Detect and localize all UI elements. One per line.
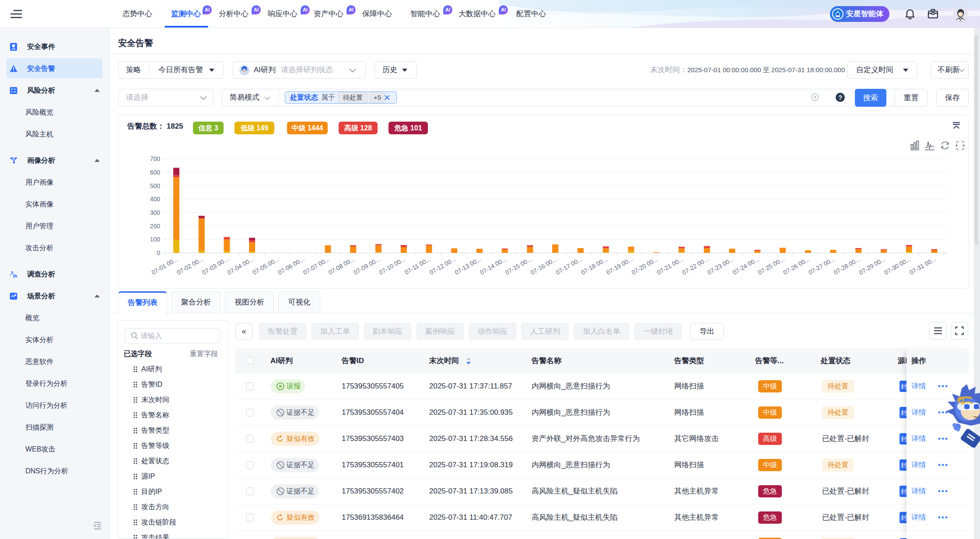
svg-text:07-14 00...: 07-14 00... [479,256,508,276]
svg-text:07-05 00...: 07-05 00... [252,256,280,276]
svg-text:07-31 00...: 07-31 00... [908,256,937,276]
svg-text:07-27 00...: 07-27 00... [807,256,836,276]
svg-text:07-16 00...: 07-16 00... [529,256,558,276]
svg-text:07-07 00...: 07-07 00... [302,256,331,276]
svg-text:07-01 00...: 07-01 00... [150,256,179,276]
svg-text:07-18 00...: 07-18 00... [580,256,609,276]
svg-text:07-17 00...: 07-17 00... [555,256,584,276]
svg-text:600: 600 [150,169,161,176]
svg-text:07-04 00...: 07-04 00... [226,256,255,276]
svg-text:07-06 00...: 07-06 00... [276,256,305,276]
svg-text:07-15 00...: 07-15 00... [504,256,533,276]
svg-text:200: 200 [150,223,161,230]
svg-text:300: 300 [150,209,161,216]
svg-text:07-22 00...: 07-22 00... [681,256,710,276]
svg-text:07-20 00...: 07-20 00... [630,256,659,276]
svg-text:400: 400 [150,196,161,203]
svg-text:07-25 00...: 07-25 00... [757,256,786,276]
svg-text:07-03 00...: 07-03 00... [201,256,230,276]
svg-text:07-23 00...: 07-23 00... [706,256,735,276]
svg-text:07-11 00...: 07-11 00... [403,256,432,276]
svg-text:07-19 00...: 07-19 00... [605,256,634,276]
svg-text:07-02 00...: 07-02 00... [175,256,204,276]
svg-text:100: 100 [150,236,161,243]
svg-text:07-26 00...: 07-26 00... [782,256,811,276]
svg-text:07-12 00...: 07-12 00... [428,256,457,276]
svg-text:07-08 00...: 07-08 00... [327,256,356,276]
svg-text:07-24 00...: 07-24 00... [732,256,760,276]
svg-text:07-13 00...: 07-13 00... [454,256,483,276]
svg-text:07-28 00...: 07-28 00... [833,256,861,276]
svg-text:07-09 00...: 07-09 00... [353,256,382,276]
svg-text:07-30 00...: 07-30 00... [883,256,912,276]
svg-text:0: 0 [157,249,160,256]
svg-text:500: 500 [150,182,161,189]
svg-text:07-29 00...: 07-29 00... [858,256,887,276]
svg-text:07-10 00...: 07-10 00... [378,256,406,276]
svg-text:700: 700 [150,155,161,162]
svg-text:07-21 00...: 07-21 00... [656,256,685,276]
